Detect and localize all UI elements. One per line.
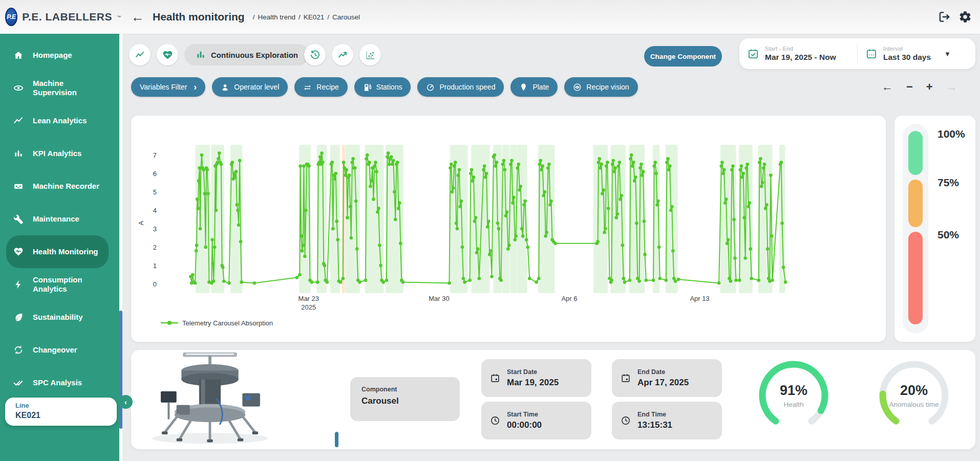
view-continuous-exploration-selected[interactable]: Continuous Exploration [184,44,309,65]
chart-nav-back-button[interactable]: ← [882,81,893,93]
scatter-icon [365,50,376,60]
chart-nav-zoom-out-button[interactable]: − [906,81,913,93]
bottom-panel-scrollbar[interactable] [335,432,338,447]
breadcrumb-health-trend[interactable]: Health trend [258,13,295,21]
filter-chip-variables-filter[interactable]: Variables Filter› [131,77,205,97]
sidebar-item-machine-supervision[interactable]: Machine Supervision [6,72,109,104]
sidebar-item-label: Machine Supervision [33,79,109,97]
sidebar-item-label: Machine Recorder [33,182,109,191]
sidebar-item-homepage[interactable]: Homepage [6,39,109,72]
scale-label-75: 75% [938,177,959,189]
top-bar: P.E P.E. LABELLERS ™ ← Health monitoring… [0,0,980,34]
view-scatter-view-button[interactable] [359,44,381,65]
component-value: Carousel [361,396,460,406]
interval-label: Interval [883,46,931,52]
filter-chip-plate[interactable]: Plate [510,77,558,97]
start-end-picker[interactable]: Start - End Mar 19, 2025 - Now [739,46,857,62]
detail-value: Apr 17, 2025 [637,378,689,388]
gauge-label: Health [783,401,803,408]
svg-text:Mar 23: Mar 23 [299,295,319,302]
calendar-icon [621,373,631,383]
view-trend-analysis-view-button[interactable] [332,44,353,65]
gear-icon [958,10,972,24]
svg-text:5: 5 [153,188,157,196]
breadcrumb-carousel[interactable]: Carousel [332,13,360,21]
line-selector[interactable]: Line KE021 [5,398,117,426]
interval-value: Last 30 days [883,53,931,62]
sidebar-collapse-button[interactable]: ‹ [119,395,133,409]
component-card: Component Carousel [350,377,460,421]
clock-icon [621,415,631,426]
filter-chip-recipe-vision[interactable]: Recipe vision [564,77,637,97]
health-trend-chart-card: 01234567AMar 232025Mar 30Apr 6Apr 13Tele… [131,116,886,342]
logout-button[interactable] [938,10,951,24]
sidebar-item-changeover[interactable]: Changeover [6,334,109,366]
filter-chip-recipe[interactable]: Recipe [294,77,348,97]
chevron-down-icon: ▼ [944,50,951,58]
gauge-value: 91% [780,383,807,399]
svg-text:0: 0 [153,280,157,288]
filter-chips: Variables Filter›Operator levelRecipeSta… [131,77,638,97]
chart-nav-forward-button[interactable]: → [946,81,957,93]
breadcrumb-separator: / [327,13,329,21]
trend-line-icon [135,50,145,60]
scale-zone-50 [908,232,923,324]
svg-text:Apr 6: Apr 6 [561,295,577,302]
chip-label: Recipe [316,83,339,91]
svg-text:2025: 2025 [301,303,316,311]
chip-label: Stations [376,83,402,91]
sidebar-item-label: KPI Analytics [33,149,109,158]
sidebar-item-kpi-analytics[interactable]: KPI Analytics [6,137,109,170]
filter-chip-stations[interactable]: Stations [354,77,411,97]
sidebar-item-label: Sustainability [33,313,109,322]
sidebar-item-label: Homepage [33,51,109,60]
gauge-value: 20% [900,383,928,399]
machine-photo [133,350,287,448]
eye-circle-icon [573,83,582,92]
bolt-icon [13,279,24,290]
cycle-icon [13,345,24,355]
svg-text:6: 6 [153,170,157,178]
clock-icon [490,415,500,426]
component-details-card: Component Carousel Start DateMar 19, 202… [131,350,975,449]
line-value: KE021 [15,411,117,420]
sidebar-scrollbar-thumb[interactable] [119,311,122,429]
back-button[interactable]: ← [129,10,146,24]
svg-text:Telemetry Carousel Absorption: Telemetry Carousel Absorption [182,319,273,327]
component-label: Component [361,386,460,393]
sidebar-item-sustainability[interactable]: Sustainability [6,301,109,334]
selected-view-label: Continuous Exploration [211,51,298,59]
sidebar-item-lean-analytics[interactable]: Lean Analytics [6,104,109,137]
sidebar-item-consumption-analytics[interactable]: Consumption Analytics [6,268,109,301]
sidebar-item-health-monitoring[interactable]: Health Monitoring [6,235,109,268]
detail-card-start-time: Start Time00:00:00 [481,402,591,440]
view-health-view-button[interactable] [157,44,178,65]
sidebar-item-spc-analysis[interactable]: SPC Analysis [6,366,109,399]
detail-label: Start Date [507,368,559,376]
brand-logo-icon: P.E [5,8,17,26]
wrench-icon [13,214,24,224]
sidebar-item-label: SPC Analysis [33,378,109,387]
interval-picker[interactable]: Interval Last 30 days ▼ [858,46,975,62]
health-trend-chart[interactable]: 01234567AMar 232025Mar 30Apr 6Apr 13Tele… [131,116,886,342]
filter-chip-operator-level[interactable]: Operator level [212,77,288,97]
eye-icon [13,83,24,93]
bars-icon [13,148,24,159]
view-history-view-button[interactable] [304,44,326,65]
sidebar-item-maintenance[interactable]: Maintenance [6,203,109,235]
change-component-button[interactable]: Change Component [644,46,722,67]
sidebar-item-machine-recorder[interactable]: Machine Recorder [6,170,109,203]
chip-label: Production speed [439,83,495,91]
svg-text:Mar 30: Mar 30 [429,295,449,302]
chart-nav-zoom-in-button[interactable]: + [926,81,933,93]
filter-chip-production-speed[interactable]: Production speed [417,77,504,97]
settings-button[interactable] [958,10,972,24]
breadcrumb-ke021[interactable]: KE021 [304,13,325,21]
trademark-mark: ™ [117,15,121,19]
chart-nav: ←−+→ [882,77,957,97]
scale-zone-75 [908,180,923,227]
chip-label: Recipe vision [586,83,629,91]
view-trend-view-button[interactable] [129,44,151,65]
calendar-icon [490,373,500,383]
brand-logo[interactable]: P.E P.E. LABELLERS ™ [0,8,121,26]
